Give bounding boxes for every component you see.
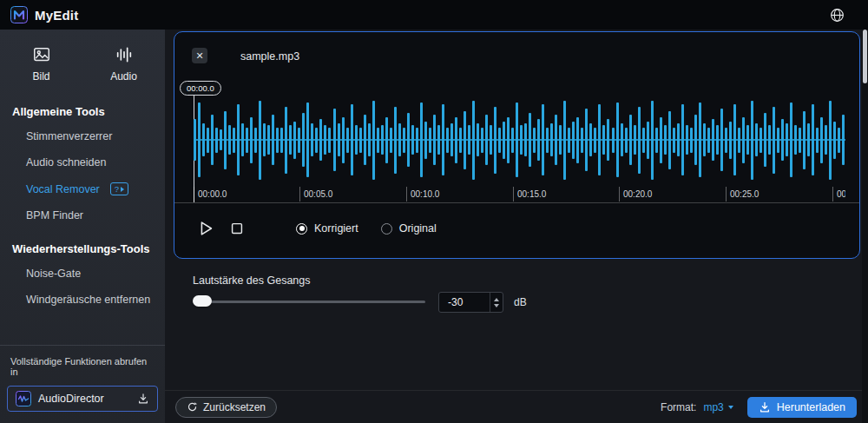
waveform-bar: [520, 125, 523, 155]
tab-audio[interactable]: Audio: [82, 42, 165, 91]
radio-original[interactable]: Original: [381, 222, 437, 235]
waveform-bar: [289, 125, 292, 155]
sidebar-item-windgeraeusche[interactable]: Windgeräusche entfernen: [0, 287, 165, 313]
page-scrollbar-thumb[interactable]: [863, 30, 867, 83]
waveform-bar: [651, 101, 654, 180]
timeline-ruler[interactable]: 00:00.0 00:05.0 00:10.0 00:15.0 00:20.0 …: [194, 187, 845, 202]
waveform-bar: [455, 117, 457, 163]
sidebar-item-vocal-remover[interactable]: Vocal Remover ?: [0, 175, 165, 202]
waveform-bar: [773, 107, 775, 174]
sidebar-item-label: Audio schneiden: [26, 156, 106, 169]
play-badge-icon: [121, 187, 124, 192]
waveform-bar: [333, 109, 336, 171]
waveform-bar: [211, 115, 214, 165]
waveform-bar: [407, 113, 410, 167]
waveform-bar: [725, 128, 727, 153]
waveform-bar: [638, 107, 641, 174]
waveform-bar: [568, 128, 570, 153]
sidebar-item-label: Stimmenverzerrer: [26, 130, 112, 142]
waveform-bar: [607, 119, 609, 161]
play-button[interactable]: [194, 216, 218, 241]
bottom-bar: Zurücksetzen Format: mp3 Herunterladen: [165, 390, 862, 423]
waveform-bar: [468, 125, 470, 155]
chevron-down-icon: [728, 406, 733, 409]
language-globe-icon[interactable]: [828, 6, 845, 23]
waveform-bar: [429, 128, 431, 153]
waveform-bar: [442, 104, 444, 175]
download-button[interactable]: Herunterladen: [747, 397, 857, 418]
radio-korrigiert[interactable]: Korrigiert: [296, 222, 358, 235]
waveform-bar: [411, 125, 414, 155]
waveform-bar: [555, 115, 557, 165]
play-icon: [196, 219, 215, 238]
spin-up-icon[interactable]: [494, 298, 499, 301]
waveform-bar: [302, 113, 305, 167]
waveform-bar: [807, 123, 810, 156]
waveform-bar: [733, 104, 736, 175]
tab-bild[interactable]: Bild: [0, 42, 82, 91]
radio-icon: [296, 223, 307, 235]
vocal-volume-slider-track[interactable]: [193, 301, 425, 303]
waveform-bar: [403, 128, 405, 153]
sidebar-item-stimmenverzerrer[interactable]: Stimmenverzerrer: [0, 123, 165, 149]
audiodirector-button[interactable]: AudioDirector: [7, 386, 158, 412]
waveform-bar: [602, 125, 605, 155]
waveform-bar: [760, 128, 762, 153]
format-label: Format:: [661, 401, 696, 413]
ruler-label: 00:15.0: [513, 189, 565, 199]
waveform-bar: [259, 101, 261, 180]
reset-button[interactable]: Zurücksetzen: [175, 397, 277, 418]
waveform-bar: [272, 115, 274, 165]
sidebar-item-label: BPM Finder: [26, 209, 83, 221]
waveform-bar: [572, 122, 575, 159]
waveform-bar: [481, 128, 483, 153]
audio-icon: [115, 45, 134, 64]
playhead-time-tooltip: 00:00.0: [180, 81, 221, 96]
waveform-bar: [276, 128, 279, 153]
waveform-bar: [677, 123, 680, 156]
transport-controls: Korrigiert Original: [194, 216, 437, 241]
topbar: MyEdit: [0, 0, 868, 30]
vocal-volume-input[interactable]: -30: [438, 292, 503, 313]
sidebar-item-noise-gate[interactable]: Noise-Gate: [0, 261, 165, 287]
sidebar-item-audio-schneiden[interactable]: Audio schneiden: [0, 149, 165, 175]
waveform-bar: [390, 128, 392, 153]
app-logo[interactable]: MyEdit: [10, 6, 78, 23]
waveform-bar: [625, 128, 628, 153]
format-dropdown[interactable]: mp3: [703, 401, 733, 413]
sidebar-item-bpm-finder[interactable]: BPM Finder: [0, 202, 165, 228]
waveform-bar: [686, 125, 688, 155]
waveform-bar: [516, 102, 518, 177]
close-file-button[interactable]: ✕: [192, 48, 207, 63]
waveform-bar: [267, 125, 270, 155]
waveform-bar: [816, 128, 819, 153]
sidebar-item-label: Vocal Remover: [26, 183, 100, 195]
vocal-volume-slider-handle[interactable]: [193, 295, 212, 307]
waveform-bar: [542, 104, 544, 175]
waveform-bar: [664, 125, 667, 155]
waveform-bar: [385, 117, 388, 163]
audiodirector-label: AudioDirector: [38, 393, 130, 405]
waveform-bar: [198, 102, 201, 177]
waveform-bar: [394, 107, 397, 174]
waveform-bars[interactable]: [194, 96, 845, 183]
waveform-bar: [598, 104, 601, 175]
waveform-bar: [355, 125, 358, 155]
waveform-bar: [364, 115, 366, 165]
waveform-bar: [437, 125, 440, 155]
format-value: mp3: [703, 401, 723, 413]
ruler-label: 00:25.0: [726, 189, 778, 199]
ruler-label: 00:3: [832, 189, 845, 199]
spin-down-icon[interactable]: [494, 304, 499, 307]
waveform-bar: [381, 125, 384, 155]
stop-button[interactable]: [225, 216, 249, 241]
waveform-bar: [673, 128, 675, 153]
waveform-bar: [559, 125, 562, 155]
waveform-bar: [237, 104, 240, 175]
waveform-bar: [550, 123, 553, 156]
waveform-bar: [250, 117, 253, 163]
tutorial-badge-text: ?: [115, 184, 119, 194]
tutorial-badge[interactable]: ?: [110, 182, 128, 195]
waveform-bar: [716, 125, 719, 155]
tab-audio-label: Audio: [110, 70, 137, 83]
